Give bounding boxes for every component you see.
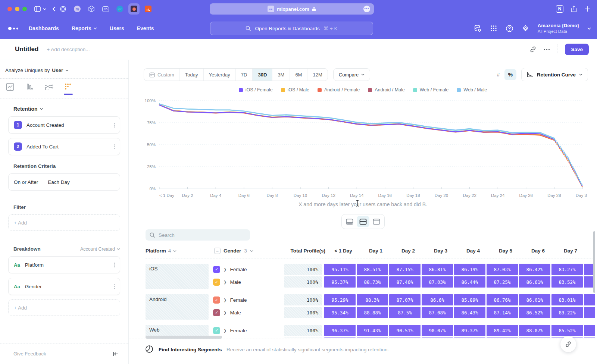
retention-value-cell-clipped[interactable]: [584, 294, 595, 305]
retention-value-cell[interactable]: 85.52%: [551, 325, 583, 336]
more-actions-icon[interactable]: [544, 49, 550, 50]
retention-value-cell[interactable]: 89.37%: [454, 325, 485, 336]
retention-step-2[interactable]: 2 Added To Cart: [8, 138, 120, 155]
retention-value-cell[interactable]: 86.43%: [454, 307, 485, 318]
retention-value-cell[interactable]: 86.44%: [454, 276, 485, 288]
retention-value-cell[interactable]: 90.07%: [422, 325, 453, 336]
retention-value-cell[interactable]: 96.37%: [324, 325, 356, 336]
minimize-window-button[interactable]: [15, 7, 19, 11]
retention-value-cell[interactable]: 91.43%: [357, 325, 388, 336]
retention-value-cell[interactable]: 87.5%: [389, 307, 421, 318]
breakdown-menu-icon[interactable]: [114, 284, 115, 289]
retention-value-cell[interactable]: 87.08%: [422, 307, 453, 318]
report-title[interactable]: Untitled: [15, 46, 38, 53]
retention-value-cell[interactable]: 88.51%: [357, 264, 388, 275]
data-management-icon[interactable]: [473, 24, 482, 32]
chart-type-selector[interactable]: Retention Curve: [521, 68, 588, 81]
browser-tab-icon-loop[interactable]: [57, 3, 69, 15]
apps-grid-icon[interactable]: [490, 25, 497, 32]
retention-value-cell[interactable]: 95.34%: [324, 307, 356, 318]
platform-cell[interactable]: iOS: [146, 264, 209, 289]
browser-tab-icon-soundcloud[interactable]: [143, 3, 154, 15]
tab-funnels[interactable]: [25, 83, 34, 95]
horizontal-scrollbar[interactable]: [146, 336, 222, 339]
traffic-lights[interactable]: [7, 7, 30, 11]
vertical-scrollbar[interactable]: [593, 231, 595, 293]
retention-value-cell-clipped[interactable]: [584, 338, 595, 338]
close-window-button[interactable]: [7, 7, 12, 11]
gender-cell[interactable]: ✓❯Male: [213, 338, 281, 338]
step-menu-icon[interactable]: [114, 123, 115, 128]
layout-table-only-button[interactable]: [370, 216, 383, 227]
mixpanel-logo[interactable]: [8, 27, 18, 30]
retention-value-cell[interactable]: 95.37%: [324, 276, 356, 288]
retention-value-cell-clipped[interactable]: [584, 307, 595, 318]
range-7d[interactable]: 7D: [236, 68, 253, 81]
retention-value-cell[interactable]: 83.52%: [551, 276, 583, 288]
add-description[interactable]: + Add description...: [47, 47, 90, 52]
retention-value-cell[interactable]: 86.81%: [422, 264, 453, 275]
breakdown-gender[interactable]: Aa Gender: [8, 278, 120, 295]
layout-chart-only-button[interactable]: [343, 216, 356, 227]
analyze-uniques-value[interactable]: User: [52, 68, 63, 73]
retention-value-cell[interactable]: 89.42%: [487, 325, 518, 336]
retention-value-cell[interactable]: 95.11%: [324, 264, 356, 275]
tab-retention[interactable]: [63, 83, 73, 95]
browser-tab-icon-avatar-m[interactable]: m: [72, 3, 83, 15]
retention-value-cell[interactable]: 89.48%: [454, 338, 485, 338]
retention-chart[interactable]: 0%25%50%75%100%< 1 DayDay 2Day 4Day 6Day…: [139, 95, 587, 203]
browser-tab-icon-js[interactable]: JS: [100, 3, 111, 15]
global-search[interactable]: Open Reports & Dashboards ⌘ + K: [210, 22, 373, 35]
zoom-window-button[interactable]: [22, 7, 27, 11]
retention-value-cell[interactable]: 89.43%: [487, 338, 518, 338]
select-all-checkbox-indeterminate[interactable]: –: [214, 248, 221, 254]
nav-dashboards[interactable]: Dashboards: [29, 25, 59, 31]
project-chevron-icon[interactable]: [587, 27, 591, 30]
series-checkbox[interactable]: ✓: [213, 266, 220, 273]
series-checkbox[interactable]: ✓: [213, 296, 220, 304]
range-12m[interactable]: 12M: [307, 68, 327, 81]
gender-cell[interactable]: ✓❯Female: [213, 264, 281, 275]
breakdown-scope-selector[interactable]: Account Created: [80, 247, 120, 252]
range-yesterday[interactable]: Yesterday: [204, 68, 236, 81]
retention-value-cell[interactable]: 87.15%: [389, 264, 421, 275]
expand-chevron-icon[interactable]: ❯: [224, 280, 226, 284]
add-breakdown-button[interactable]: + Add: [8, 299, 120, 316]
series-checkbox[interactable]: ✓: [213, 309, 220, 316]
retention-value-cell[interactable]: 87.03%: [422, 276, 453, 288]
column-gender[interactable]: – Gender3: [214, 248, 285, 254]
retention-value-cell[interactable]: 88.73%: [357, 276, 388, 288]
legend-item[interactable]: Web / Female: [413, 87, 449, 92]
sidebar-toggle-icon[interactable]: [34, 6, 46, 12]
retention-value-cell[interactable]: 87.14%: [487, 307, 518, 318]
retention-value-cell[interactable]: 86.52%: [519, 307, 550, 318]
range-6m[interactable]: 6M: [290, 68, 307, 81]
retention-value-cell[interactable]: 87.25%: [487, 276, 518, 288]
retention-value-cell[interactable]: 86.6%: [422, 294, 453, 305]
help-icon[interactable]: [506, 25, 513, 32]
retention-value-cell[interactable]: 88.07%: [519, 325, 550, 336]
retention-value-cell[interactable]: 86.76%: [487, 294, 518, 305]
nav-events[interactable]: Events: [137, 25, 154, 31]
retention-value-cell[interactable]: 87.07%: [389, 294, 421, 305]
breakdown-menu-icon[interactable]: [114, 263, 115, 267]
retention-value-cell[interactable]: 86.19%: [454, 264, 485, 275]
browser-tab-icon-bird[interactable]: 🐦: [114, 3, 125, 15]
range-custom[interactable]: Custom: [144, 68, 180, 81]
legend-item[interactable]: Android / Male: [368, 87, 405, 92]
table-search-input[interactable]: Search: [146, 229, 250, 241]
project-switcher[interactable]: Amazonia {Demo} All Project Data: [538, 23, 579, 34]
retention-value-cell[interactable]: 86.61%: [519, 276, 550, 288]
retention-value-cell[interactable]: 83.22%: [551, 307, 583, 318]
retention-value-cell[interactable]: 90.54%: [389, 338, 421, 338]
range-3m[interactable]: 3M: [272, 68, 290, 81]
legend-item[interactable]: Android / Female: [318, 87, 360, 92]
retention-value-cell-clipped[interactable]: [584, 325, 595, 336]
save-button[interactable]: Save: [565, 44, 589, 55]
collapse-sidebar-icon[interactable]: [113, 351, 119, 357]
notion-extension-icon[interactable]: N: [556, 5, 563, 13]
range-today[interactable]: Today: [180, 68, 204, 81]
column-platform[interactable]: Platform4: [146, 248, 214, 254]
retention-value-cell[interactable]: 87.46%: [389, 276, 421, 288]
back-button[interactable]: [52, 6, 56, 12]
